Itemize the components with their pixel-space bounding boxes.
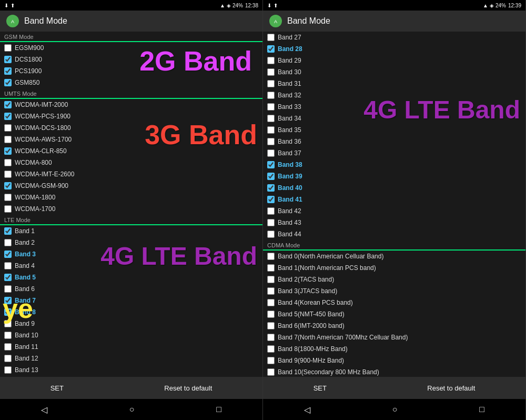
- list-item: Band 43: [263, 217, 525, 228]
- c3-checkbox[interactable]: [267, 287, 275, 295]
- home-nav-icon[interactable]: ○: [129, 405, 135, 414]
- list-item: WCDMA-DCS-1800: [0, 122, 262, 134]
- waws1700-checkbox[interactable]: [4, 136, 12, 143]
- lb2-checkbox[interactable]: [4, 239, 12, 246]
- pcs1900-checkbox[interactable]: [4, 67, 12, 75]
- lb10-checkbox[interactable]: [4, 332, 12, 339]
- lb9-checkbox[interactable]: [4, 320, 12, 327]
- rb30-checkbox[interactable]: [267, 68, 275, 76]
- lb1-checkbox[interactable]: [4, 227, 12, 235]
- rb31-checkbox[interactable]: [267, 80, 275, 87]
- c2-checkbox[interactable]: [267, 276, 275, 283]
- c5-label: Band 5(NMT-450 Band): [278, 311, 345, 318]
- right-reset-button[interactable]: Reset to default: [417, 381, 485, 395]
- rb41-checkbox[interactable]: [267, 196, 275, 203]
- egsm900-checkbox[interactable]: [4, 44, 12, 52]
- left-status-bar: ⬇ ⬆ ▲ ◈ 24% 12:38: [0, 0, 262, 11]
- wgsm900-checkbox[interactable]: [4, 182, 12, 189]
- lb13-checkbox[interactable]: [4, 366, 12, 374]
- wpcs1900-checkbox[interactable]: [4, 113, 12, 120]
- egsm900-label: EGSM900: [15, 44, 44, 52]
- lb6-label: Band 6: [15, 285, 35, 293]
- rb32-label: Band 32: [278, 92, 301, 99]
- left-status-icons: ⬇ ⬆: [4, 3, 15, 8]
- list-item: Band 4: [0, 260, 262, 272]
- rb35-checkbox[interactable]: [267, 126, 275, 134]
- right-signal-icon: ▲: [483, 3, 488, 8]
- w1700-label: WCDMA-1700: [15, 205, 55, 213]
- c5-checkbox[interactable]: [267, 311, 275, 318]
- back-nav-icon[interactable]: ◁: [41, 405, 47, 415]
- rb27-checkbox[interactable]: [267, 34, 275, 41]
- lb6-checkbox[interactable]: [4, 285, 12, 293]
- rb39-checkbox[interactable]: [267, 173, 275, 180]
- right-recents-nav-icon[interactable]: □: [479, 405, 484, 414]
- c10-checkbox[interactable]: [267, 368, 275, 376]
- rb43-label: Band 43: [278, 219, 301, 226]
- c6-label: Band 6(IMT-2000 band): [278, 322, 345, 329]
- lb4-checkbox[interactable]: [4, 262, 12, 269]
- lb7-label: Band 7: [15, 297, 36, 304]
- waws1700-label: WCDMA-AWS-1700: [15, 136, 72, 143]
- lb8-checkbox[interactable]: [4, 308, 12, 316]
- lb3-checkbox[interactable]: [4, 251, 12, 258]
- rb36-label: Band 36: [278, 138, 301, 145]
- right-app-title: Band Mode: [287, 16, 330, 26]
- right-set-button[interactable]: SET: [303, 381, 337, 395]
- rb37-checkbox[interactable]: [267, 149, 275, 157]
- w1800-checkbox[interactable]: [4, 194, 12, 201]
- wpcs1900-label: WCDMA-PCS-1900: [15, 113, 70, 120]
- rb36-checkbox[interactable]: [267, 138, 275, 145]
- list-item: Band 0(North American Celluar Band): [263, 251, 525, 262]
- list-item: Band 9: [0, 318, 262, 329]
- w800-checkbox[interactable]: [4, 159, 12, 166]
- wclr850-checkbox[interactable]: [4, 147, 12, 155]
- c8-checkbox[interactable]: [267, 345, 275, 353]
- gsm850-checkbox[interactable]: [4, 79, 12, 86]
- right-home-nav-icon[interactable]: ○: [392, 405, 398, 414]
- lb5-checkbox[interactable]: [4, 274, 12, 281]
- rb32-checkbox[interactable]: [267, 92, 275, 99]
- app-icon-left: A: [6, 15, 19, 27]
- lb12-checkbox[interactable]: [4, 355, 12, 362]
- rb42-checkbox[interactable]: [267, 207, 275, 215]
- c6-checkbox[interactable]: [267, 322, 275, 329]
- c9-checkbox[interactable]: [267, 357, 275, 364]
- c0-checkbox[interactable]: [267, 253, 275, 260]
- c1-checkbox[interactable]: [267, 264, 275, 272]
- right-back-nav-icon[interactable]: ◁: [304, 405, 310, 415]
- recents-nav-icon[interactable]: □: [216, 405, 221, 414]
- lb11-checkbox[interactable]: [4, 343, 12, 351]
- list-item: WCDMA-1700: [0, 203, 262, 215]
- rb38-checkbox[interactable]: [267, 161, 275, 168]
- list-item: Band 10: [0, 329, 262, 341]
- lb7-checkbox[interactable]: [4, 297, 12, 304]
- left-set-button[interactable]: SET: [40, 381, 74, 395]
- rb29-checkbox[interactable]: [267, 57, 275, 64]
- left-reset-button[interactable]: Reset to default: [154, 381, 222, 395]
- c8-label: Band 8(1800-MHz Band): [278, 345, 348, 353]
- wimt2600-checkbox[interactable]: [4, 171, 12, 178]
- rb44-checkbox[interactable]: [267, 231, 275, 238]
- list-item: Band 7(North American 700Mhz Celluar Ban…: [263, 332, 525, 343]
- rb28-checkbox[interactable]: [267, 45, 275, 53]
- rb34-checkbox[interactable]: [267, 115, 275, 122]
- list-item: Band 3: [0, 248, 262, 260]
- rb34-label: Band 34: [278, 115, 301, 122]
- left-phone-panel: ⬇ ⬆ ▲ ◈ 24% 12:38 A Band Mode 2G Band 3G…: [0, 0, 263, 420]
- dcs1800-checkbox[interactable]: [4, 56, 12, 63]
- rb33-checkbox[interactable]: [267, 103, 275, 111]
- c3-label: Band 3(JTACS band): [278, 287, 337, 295]
- rb44-label: Band 44: [278, 231, 301, 238]
- wdcs1800-checkbox[interactable]: [4, 124, 12, 132]
- c7-checkbox[interactable]: [267, 334, 275, 341]
- right-scroll-content[interactable]: Band 27 Band 28 Band 29 Band 30 Band 31 …: [263, 32, 525, 377]
- w1700-checkbox[interactable]: [4, 205, 12, 213]
- rb43-checkbox[interactable]: [267, 219, 275, 226]
- c4-checkbox[interactable]: [267, 299, 275, 306]
- rb40-checkbox[interactable]: [267, 184, 275, 192]
- left-scroll-content[interactable]: GSM Mode EGSM900 DCS1800 PCS1900 GSM850 …: [0, 32, 262, 377]
- wimt2000-checkbox[interactable]: [4, 101, 12, 108]
- lb10-label: Band 10: [15, 332, 38, 339]
- left-nav-bar: ◁ ○ □: [0, 399, 262, 420]
